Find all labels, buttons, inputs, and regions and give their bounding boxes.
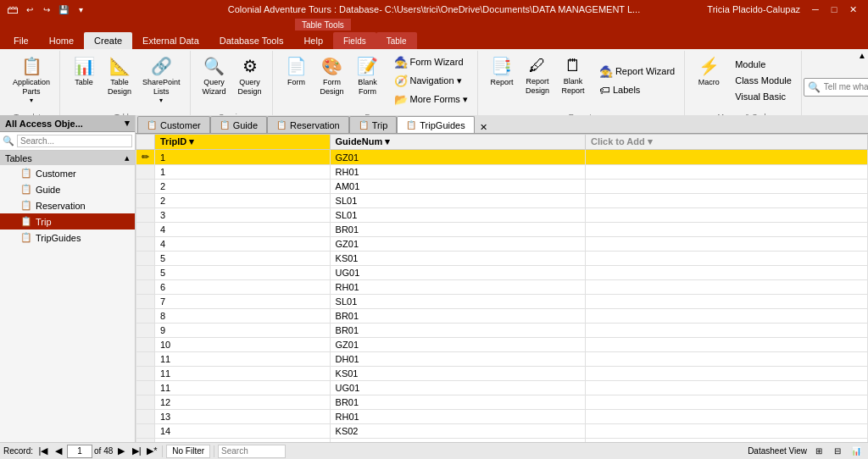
cell-guidenum[interactable]: RH01 — [330, 410, 585, 424]
row-selector[interactable] — [136, 395, 155, 410]
cell-guidenum[interactable]: KS01 — [330, 252, 585, 266]
customize-qa-button[interactable]: ▾ — [73, 2, 88, 17]
cell-empty[interactable] — [585, 150, 867, 165]
quick-save-button[interactable]: 💾 — [56, 2, 71, 17]
nav-header[interactable]: All Access Obje... ▾ — [0, 115, 135, 132]
report-button[interactable]: 📑 Report — [485, 53, 519, 108]
row-selector[interactable] — [136, 223, 155, 237]
cell-empty[interactable] — [585, 223, 867, 237]
cell-empty[interactable] — [585, 266, 867, 280]
table-design-button[interactable]: 📐 TableDesign — [103, 53, 136, 108]
cell-empty[interactable] — [585, 309, 867, 324]
datasheet-view-button[interactable]: ⊞ — [810, 445, 827, 458]
last-record-button[interactable]: ▶| — [130, 445, 143, 458]
macro-button[interactable]: ⚡ Macro — [692, 53, 726, 108]
tab-fields[interactable]: Fields — [333, 32, 376, 49]
doc-tab-customer[interactable]: 📋 Customer — [137, 116, 210, 133]
cell-guidenum[interactable]: SL01 — [330, 194, 585, 208]
cell-guidenum[interactable]: AM01 — [330, 180, 585, 194]
cell-tripid[interactable]: 1 — [155, 150, 331, 165]
minimize-button[interactable]: ─ — [807, 3, 824, 16]
row-selector[interactable] — [136, 295, 155, 309]
blank-form-button[interactable]: 📝 BlankForm — [351, 53, 385, 108]
blank-report-button[interactable]: 🗒 BlankReport — [556, 53, 590, 108]
tab-external-data[interactable]: External Data — [132, 32, 209, 49]
first-record-button[interactable]: |◀ — [36, 445, 50, 458]
undo-button[interactable]: ↩ — [22, 2, 37, 17]
table-button[interactable]: 📊 Table — [67, 53, 101, 108]
nav-item-reservation[interactable]: 📋 Reservation — [0, 197, 135, 213]
form-design-button[interactable]: 🎨 FormDesign — [315, 53, 349, 108]
row-selector[interactable] — [136, 367, 155, 381]
cell-empty[interactable] — [585, 252, 867, 266]
nav-search-input[interactable] — [17, 135, 132, 147]
row-selector[interactable] — [136, 252, 155, 266]
cell-tripid[interactable]: 14 — [155, 424, 331, 439]
cell-empty[interactable] — [585, 352, 867, 367]
no-filter-button[interactable]: No Filter — [166, 445, 210, 458]
row-selector[interactable] — [136, 338, 155, 352]
navigation-button[interactable]: 🧭 Navigation ▾ — [390, 72, 472, 90]
cell-guidenum[interactable]: BR01 — [330, 324, 585, 338]
cell-empty[interactable] — [585, 208, 867, 223]
nav-item-customer[interactable]: 📋 Customer — [0, 165, 135, 181]
cell-guidenum[interactable]: KS01 — [330, 367, 585, 381]
cell-tripid[interactable]: 11 — [155, 352, 331, 367]
col-header-tripid[interactable]: TripID ▾ — [155, 135, 331, 150]
cell-guidenum[interactable]: BR01 — [330, 395, 585, 410]
cell-tripid[interactable]: 11 — [155, 367, 331, 381]
class-module-button[interactable]: Class Module — [731, 73, 796, 88]
maximize-button[interactable]: □ — [826, 3, 843, 16]
row-selector[interactable]: ✏ — [136, 150, 155, 165]
cell-empty[interactable] — [585, 424, 867, 439]
close-tab-button[interactable]: ✕ — [476, 122, 491, 133]
cell-guidenum[interactable]: RH01 — [330, 165, 585, 180]
cell-guidenum[interactable]: KS02 — [330, 424, 585, 439]
pivotchart-view-button[interactable]: 📊 — [848, 445, 865, 458]
tab-help[interactable]: Help — [293, 32, 333, 49]
form-button[interactable]: 📄 Form — [280, 53, 314, 108]
labels-button[interactable]: 🏷 Labels — [595, 81, 679, 99]
cell-tripid[interactable]: 5 — [155, 266, 331, 280]
tell-me-box[interactable]: 🔍 — [804, 78, 868, 97]
cell-tripid[interactable]: 6 — [155, 280, 331, 295]
cell-empty[interactable] — [585, 180, 867, 194]
application-parts-button[interactable]: 📋 ApplicationParts ▾ — [8, 53, 54, 108]
cell-guidenum[interactable]: SL01 — [330, 295, 585, 309]
cell-tripid[interactable]: 4 — [155, 223, 331, 237]
nav-item-guide[interactable]: 📋 Guide — [0, 181, 135, 197]
row-selector[interactable] — [136, 381, 155, 395]
pivottable-view-button[interactable]: ⊟ — [829, 445, 846, 458]
tab-home[interactable]: Home — [39, 32, 84, 49]
row-selector[interactable] — [136, 180, 155, 194]
cell-empty[interactable] — [585, 395, 867, 410]
tab-table[interactable]: Table — [376, 32, 417, 49]
next-record-button[interactable]: ▶ — [114, 445, 128, 458]
tab-create[interactable]: Create — [84, 32, 132, 49]
tell-me-input[interactable] — [824, 82, 868, 91]
visual-basic-button[interactable]: Visual Basic — [731, 89, 796, 104]
tab-database-tools[interactable]: Database Tools — [209, 32, 294, 49]
row-selector[interactable] — [136, 266, 155, 280]
cell-guidenum[interactable]: GZ01 — [330, 150, 585, 165]
report-design-button[interactable]: 🖊 ReportDesign — [520, 53, 554, 108]
form-wizard-button[interactable]: 🧙 Form Wizard — [390, 53, 472, 71]
row-selector[interactable] — [136, 165, 155, 180]
cell-tripid[interactable]: 13 — [155, 410, 331, 424]
row-selector[interactable] — [136, 324, 155, 338]
cell-tripid[interactable]: 12 — [155, 395, 331, 410]
ribbon-collapse-button[interactable]: ▲ — [858, 51, 866, 60]
cell-empty[interactable] — [585, 381, 867, 395]
cell-empty[interactable] — [585, 194, 867, 208]
cell-guidenum[interactable]: UG01 — [330, 381, 585, 395]
prev-record-button[interactable]: ◀ — [52, 445, 65, 458]
row-selector[interactable] — [136, 194, 155, 208]
cell-guidenum[interactable]: UG01 — [330, 266, 585, 280]
cell-empty[interactable] — [585, 295, 867, 309]
cell-guidenum[interactable]: GZ01 — [330, 237, 585, 252]
cell-guidenum[interactable]: BR01 — [330, 223, 585, 237]
cell-tripid[interactable]: 4 — [155, 237, 331, 252]
row-selector[interactable] — [136, 424, 155, 439]
cell-guidenum[interactable]: RH01 — [330, 280, 585, 295]
query-design-button[interactable]: ⚙ QueryDesign — [233, 53, 267, 108]
